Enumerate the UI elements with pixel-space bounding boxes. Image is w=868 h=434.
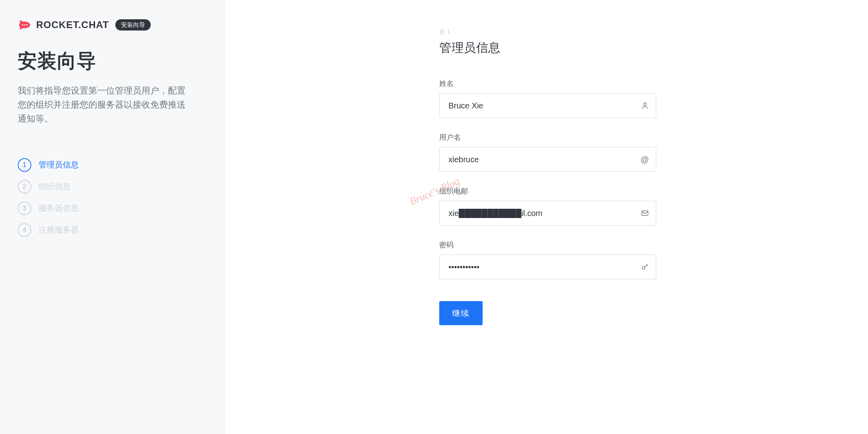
brand-logo: ROCKET.CHAT xyxy=(18,18,109,32)
name-input[interactable] xyxy=(439,93,656,118)
rocketchat-icon xyxy=(18,18,32,32)
field-password: 密码 xyxy=(439,240,656,279)
logo-row: ROCKET.CHAT 安装向导 xyxy=(18,18,205,32)
at-icon: @ xyxy=(641,155,649,164)
svg-point-1 xyxy=(24,24,25,25)
field-name: 姓名 xyxy=(439,79,656,118)
user-icon xyxy=(641,102,649,110)
name-label: 姓名 xyxy=(439,79,656,88)
step-indicator: 步 1 xyxy=(439,28,656,36)
step-label: 注册服务器 xyxy=(39,224,79,235)
continue-button[interactable]: 继续 xyxy=(439,301,483,325)
svg-point-2 xyxy=(27,24,28,25)
username-input[interactable] xyxy=(439,147,656,172)
step-org-info[interactable]: 2 组织信息 xyxy=(18,176,205,198)
step-number: 3 xyxy=(18,202,31,215)
mail-icon xyxy=(641,209,649,217)
field-email: 组织电邮 xyxy=(439,186,656,226)
step-label: 服务器信息 xyxy=(39,203,79,214)
step-number: 2 xyxy=(18,180,31,194)
step-register-server[interactable]: 4 注册服务器 xyxy=(18,219,205,241)
step-list: 1 管理员信息 2 组织信息 3 服务器信息 4 注册服务器 xyxy=(18,154,205,241)
step-admin-info[interactable]: 1 管理员信息 xyxy=(18,154,205,176)
brand-name: ROCKET.CHAT xyxy=(36,19,109,31)
field-username: 用户名 @ xyxy=(439,132,656,172)
setup-sidebar: ROCKET.CHAT 安装向导 安装向导 我们将指导您设置第一位管理员用户，配… xyxy=(0,0,225,434)
admin-info-form: 步 1 管理员信息 姓名 用户名 @ 组织电邮 xyxy=(439,28,656,325)
step-number: 4 xyxy=(18,223,31,237)
step-label: 组织信息 xyxy=(39,181,71,192)
key-icon xyxy=(641,263,649,271)
svg-point-5 xyxy=(642,267,645,269)
password-label: 密码 xyxy=(439,240,656,250)
step-server-info[interactable]: 3 服务器信息 xyxy=(18,198,205,219)
step-label: 管理员信息 xyxy=(39,159,79,170)
svg-point-3 xyxy=(644,103,647,106)
email-label: 组织电邮 xyxy=(439,186,656,196)
main-panel: Bruce's Blog 步 1 管理员信息 姓名 用户名 @ xyxy=(225,0,868,434)
step-number: 1 xyxy=(18,158,31,172)
sidebar-title: 安装向导 xyxy=(18,48,205,74)
email-input[interactable] xyxy=(439,201,656,226)
svg-point-0 xyxy=(22,24,23,25)
username-label: 用户名 xyxy=(439,132,656,142)
sidebar-subtitle: 我们将指导您设置第一位管理员用户，配置您的组织并注册您的服务器以接收免费推送通知… xyxy=(18,84,190,126)
header-pill: 安装向导 xyxy=(115,19,151,31)
form-title: 管理员信息 xyxy=(439,40,656,56)
password-input[interactable] xyxy=(439,255,656,279)
